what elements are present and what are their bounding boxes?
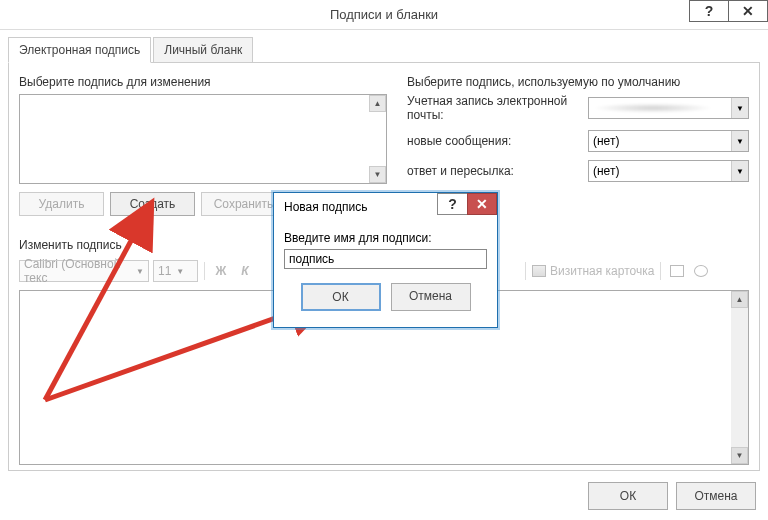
modal-prompt: Введите имя для подписи: [284,231,487,245]
new-messages-combo[interactable]: (нет) ▼ [588,130,749,152]
scroll-down-icon[interactable]: ▼ [731,447,748,464]
link-icon[interactable] [691,261,711,281]
window-title: Подписи и бланки [0,7,768,22]
close-button[interactable]: ✕ [728,0,768,22]
tab-letterhead[interactable]: Личный бланк [153,37,253,63]
default-label: Выберите подпись, используемую по умолча… [407,75,749,89]
scroll-up-icon[interactable]: ▲ [369,95,386,112]
create-button[interactable]: Создать [110,192,195,216]
scroll-down-icon[interactable]: ▼ [369,166,386,183]
account-label: Учетная запись электронной почты: [407,94,582,122]
cancel-button[interactable]: Отмена [676,482,756,510]
modal-help-button[interactable]: ? [437,193,467,215]
chevron-down-icon: ▼ [731,161,748,181]
reply-label: ответ и пересылка: [407,164,582,178]
bold-button[interactable]: Ж [211,261,231,281]
tab-signature[interactable]: Электронная подпись [8,37,151,63]
font-name-combo[interactable]: Calibri (Основной текс▼ [19,260,149,282]
help-button[interactable]: ? [689,0,729,22]
font-size-combo[interactable]: 11▼ [153,260,198,282]
delete-button: Удалить [19,192,104,216]
reply-value: (нет) [593,164,619,178]
chevron-down-icon: ▼ [731,98,748,118]
ok-button[interactable]: ОК [588,482,668,510]
new-signature-dialog: Новая подпись ? ✕ Введите имя для подпис… [273,192,498,328]
signature-name-input[interactable] [284,249,487,269]
image-icon[interactable] [667,261,687,281]
scroll-up-icon[interactable]: ▲ [731,291,748,308]
new-messages-label: новые сообщения: [407,134,582,148]
toolbar-separator [660,262,661,280]
card-label: Визитная карточка [550,264,654,278]
modal-titlebar: Новая подпись ? ✕ [274,193,497,221]
signature-listbox[interactable]: ▲ ▼ [19,94,387,184]
business-card-button[interactable]: Визитная карточка [532,264,654,278]
modal-close-button[interactable]: ✕ [467,193,497,215]
toolbar-separator [525,262,526,280]
account-value-redacted [593,103,713,113]
title-controls: ? ✕ [690,0,768,22]
modal-ok-button[interactable]: ОК [301,283,381,311]
toolbar-separator [204,262,205,280]
account-combo[interactable]: ▼ [588,97,749,119]
dialog-footer: ОК Отмена [588,482,756,510]
reply-combo[interactable]: (нет) ▼ [588,160,749,182]
new-messages-value: (нет) [593,134,619,148]
modal-cancel-button[interactable]: Отмена [391,283,471,311]
chevron-down-icon: ▼ [176,267,184,276]
font-size-value: 11 [158,264,171,278]
chevron-down-icon: ▼ [136,267,144,276]
chevron-down-icon: ▼ [731,131,748,151]
window-titlebar: Подписи и бланки ? ✕ [0,0,768,30]
select-label: Выберите подпись для изменения [19,75,387,89]
font-name-value: Calibri (Основной текс [24,257,131,285]
card-icon [532,265,546,277]
modal-title: Новая подпись [284,200,367,214]
editor-scrollbar[interactable]: ▲ ▼ [731,291,748,464]
italic-button[interactable]: К [235,261,255,281]
tabs: Электронная подпись Личный бланк [8,36,760,63]
